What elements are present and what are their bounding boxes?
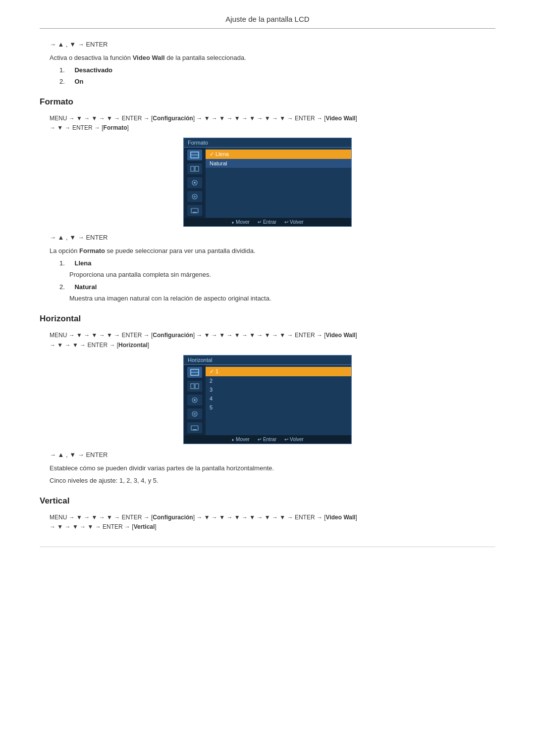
osd-sidebar-h	[184, 365, 206, 435]
page-title: Ajuste de la pantalla LCD	[40, 15, 495, 29]
description-formato: La opción Formato se puede seleccionar p…	[50, 247, 495, 254]
section-heading-formato: Formato	[40, 97, 495, 107]
osd-formato-container: Formato	[40, 138, 495, 227]
nav-instruction-formato: → ▲ , ▼ → ENTER	[50, 234, 495, 241]
page-container: Ajuste de la pantalla LCD → ▲ , ▼ → ENTE…	[0, 0, 535, 562]
description-horizontal-1: Establece cómo se pueden dividir varias …	[50, 464, 495, 472]
osd-horizontal-container: Horizontal	[40, 355, 495, 444]
list-item-natural: 2. Natural	[59, 283, 495, 291]
osd-item-4[interactable]: 4	[206, 394, 351, 403]
horizontal-menu-path: MENU → ▼ → ▼ → ▼ → ENTER → [Configuració…	[50, 331, 495, 350]
osd-horizontal-menu: Horizontal	[183, 355, 352, 444]
description-1: Activa o desactiva la función Video Wall…	[50, 54, 495, 61]
osd-horizontal-title: Horizontal	[184, 355, 351, 365]
osd-icon-h4	[187, 408, 202, 419]
svg-rect-3	[195, 166, 199, 171]
osd-item-5[interactable]: 5	[206, 403, 351, 412]
svg-rect-13	[191, 384, 194, 389]
natural-description: Muestra una imagen natural con la relaci…	[69, 295, 495, 302]
osd-footer-horizontal: ⬧ Mover ↵ Entrar ↩ Volver	[184, 435, 351, 444]
svg-point-5	[194, 182, 196, 184]
osd-icon-h2	[187, 381, 202, 392]
osd-horizontal-body: ✓ 1 2 3 4 5	[184, 365, 351, 435]
description-horizontal-2: Cinco niveles de ajuste: 1, 2, 3, 4, y 5…	[50, 477, 495, 484]
section-heading-vertical: Vertical	[40, 496, 495, 506]
nav-instruction-horizontal: → ▲ , ▼ → ENTER	[50, 451, 495, 458]
osd-formato-content: ✓ Llena Natural	[206, 148, 351, 218]
osd-formato-title: Formato	[184, 138, 351, 148]
osd-icon-h5	[187, 422, 202, 433]
osd-horizontal-content: ✓ 1 2 3 4 5	[206, 365, 351, 435]
page-divider	[40, 547, 495, 547]
osd-item-llena[interactable]: ✓ Llena	[206, 150, 351, 159]
osd-footer-formato: ⬧ Mover ↵ Entrar ↩ Volver	[184, 218, 351, 226]
llena-description: Proporciona una pantalla completa sin má…	[69, 271, 495, 278]
osd-formato-menu: Formato	[183, 138, 352, 227]
osd-icon-h3	[187, 395, 202, 405]
osd-item-3[interactable]: 3	[206, 385, 351, 394]
osd-item-1[interactable]: ✓ 1	[206, 367, 351, 376]
osd-item-2[interactable]: 2	[206, 376, 351, 385]
osd-icon-1	[187, 150, 202, 160]
osd-formato-body: ✓ Llena Natural	[184, 148, 351, 218]
svg-rect-21	[193, 429, 197, 430]
osd-icon-5	[187, 205, 202, 216]
svg-point-16	[194, 399, 196, 401]
list-item-llena: 1. Llena	[59, 259, 495, 267]
nav-instruction-1: → ▲ , ▼ → ENTER	[50, 41, 495, 48]
svg-rect-2	[191, 166, 194, 171]
osd-item-natural[interactable]: Natural	[206, 159, 351, 168]
osd-icon-h1	[187, 367, 202, 378]
osd-icon-4	[187, 191, 202, 202]
list-item-desactivado: 1. Desactivado	[59, 66, 495, 74]
svg-rect-14	[195, 384, 199, 389]
svg-rect-10	[193, 212, 197, 213]
vertical-menu-path: MENU → ▼ → ▼ → ▼ → ENTER → [Configuració…	[50, 513, 495, 532]
formato-menu-path: MENU → ▼ → ▼ → ▼ → ENTER → [Configuració…	[50, 114, 495, 133]
osd-sidebar	[184, 148, 206, 218]
list-item-on: 2. On	[59, 78, 495, 85]
osd-icon-3	[187, 177, 202, 188]
section-heading-horizontal: Horizontal	[40, 314, 495, 324]
osd-icon-2	[187, 163, 202, 174]
